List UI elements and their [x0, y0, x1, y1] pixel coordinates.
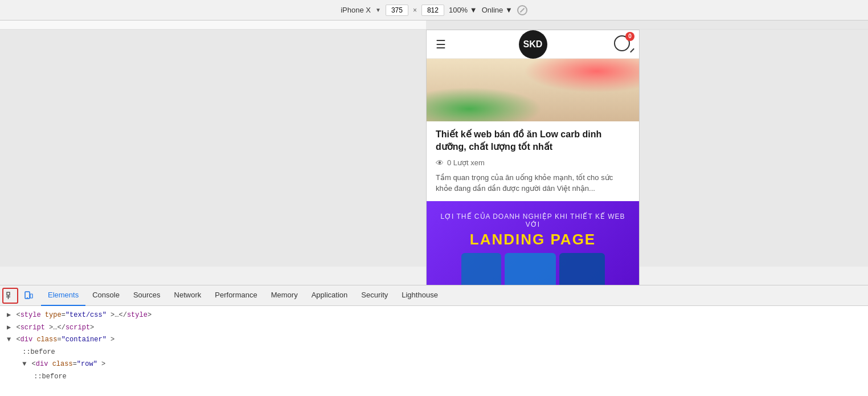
landing-banner: LỢI THẾ CỦA DOANH NGHIỆP KHI THIẾT KẾ WE… — [427, 201, 639, 292]
article-title: Thiết kế web bán đồ ăn Low carb dinh dưỡ… — [436, 128, 630, 154]
article-views: 0 Lượt xem — [447, 158, 485, 167]
expand-arrow-style[interactable]: ▶ — [7, 311, 11, 319]
code-line-row: ▼ <div class="row" > — [5, 358, 863, 371]
devtools-tabs-bar: Elements Console Sources Network Perform… — [0, 285, 868, 306]
article-body: Thiết kế web bán đồ ăn Low carb dinh dưỡ… — [427, 121, 639, 201]
tab-lighthouse[interactable]: Lighthouse — [395, 285, 445, 306]
device-mode-icon — [24, 291, 33, 300]
article-image-content — [427, 59, 639, 121]
article-card: Thiết kế web bán đồ ăn Low carb dinh dưỡ… — [427, 59, 639, 201]
code-line-before1: ::before — [5, 346, 863, 359]
ruler-area — [0, 21, 868, 30]
elements-panel-content: ▶ <style type="text/css" >…</style> ▶ <s… — [0, 306, 868, 396]
ruler-right — [426, 21, 868, 29]
tab-memory[interactable]: Memory — [264, 285, 305, 306]
tab-performance[interactable]: Performance — [208, 285, 264, 306]
devtools-panel: Elements Console Sources Network Perform… — [0, 285, 868, 396]
zoom-selector[interactable]: 100% ▼ — [449, 6, 477, 14]
code-line-script: ▶ <script >…</script> — [5, 322, 863, 334]
device-mode-button[interactable] — [21, 288, 36, 304]
inspector-toggle-button[interactable] — [2, 288, 18, 304]
brand-logo: SKD — [519, 30, 547, 59]
dimension-separator: × — [413, 6, 417, 14]
expand-arrow-script[interactable]: ▶ — [7, 324, 11, 332]
expand-arrow-container[interactable]: ▼ — [7, 336, 11, 344]
mobile-header: ☰ SKD 0 — [427, 30, 639, 59]
hamburger-icon[interactable]: ☰ — [436, 38, 446, 51]
tab-security[interactable]: Security — [354, 285, 395, 306]
banner-title: LANDING PAGE — [436, 231, 630, 248]
viewport-area: ☰ SKD 0 Thiết kế web bán đồ ăn Low carb … — [0, 30, 868, 267]
tab-application[interactable]: Application — [305, 285, 355, 306]
inspector-icon — [6, 292, 14, 300]
article-meta: 👁 0 Lượt xem — [436, 158, 630, 168]
tab-console[interactable]: Console — [85, 285, 126, 306]
mobile-preview: ☰ SKD 0 Thiết kế web bán đồ ăn Low carb … — [426, 30, 640, 293]
device-toolbar: iPhone X ▼ × 100% ▼ Online ▼ — [0, 0, 868, 21]
article-excerpt: Tầm quan trọng của ăn uống khỏe mạnh, tố… — [436, 172, 630, 194]
tab-sources[interactable]: Sources — [126, 285, 167, 306]
eye-icon: 👁 — [436, 158, 444, 168]
height-input[interactable] — [421, 5, 444, 16]
article-image — [427, 59, 639, 121]
left-panel — [0, 30, 426, 267]
ruler-left — [0, 21, 426, 29]
no-throttle-icon[interactable] — [517, 5, 527, 15]
notification-badge: 0 — [625, 32, 634, 41]
svg-rect-0 — [7, 292, 10, 295]
banner-subtitle: LỢI THẾ CỦA DOANH NGHIỆP KHI THIẾT KẾ WE… — [436, 213, 630, 228]
width-input[interactable] — [386, 5, 408, 16]
search-button[interactable]: 0 — [614, 35, 630, 54]
network-selector[interactable]: Online ▼ — [482, 6, 513, 14]
code-line-container: ▼ <div class="container" > — [5, 334, 863, 346]
device-name-label: iPhone X — [341, 6, 371, 14]
svg-rect-4 — [30, 294, 32, 298]
expand-arrow-row[interactable]: ▼ — [22, 360, 26, 368]
code-line-before2: ::before — [5, 371, 863, 383]
tab-elements[interactable]: Elements — [41, 285, 85, 306]
code-line-style: ▶ <style type="text/css" >…</style> — [5, 309, 863, 322]
tab-network[interactable]: Network — [167, 285, 208, 306]
device-dropdown-arrow[interactable]: ▼ — [375, 7, 381, 13]
